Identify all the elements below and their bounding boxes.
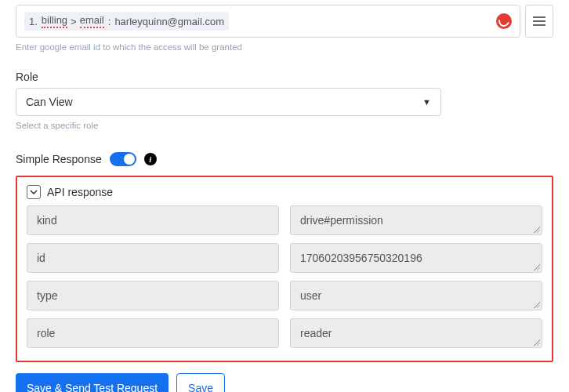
- svg-rect-2: [533, 24, 545, 26]
- chip-value: harleyquinn@gmail.com: [114, 16, 224, 27]
- svg-rect-1: [533, 20, 545, 22]
- api-response-panel: API response kinddrive#permissionid17060…: [16, 176, 553, 362]
- chip-part-email: email: [80, 14, 104, 28]
- simple-response-label: Simple Response: [16, 153, 102, 165]
- role-label: Role: [16, 71, 553, 83]
- email-chip[interactable]: 1. billing > email : harleyquinn@gmail.c…: [24, 12, 229, 31]
- api-response-row: kinddrive#permission: [27, 205, 542, 235]
- simple-response-toggle[interactable]: [110, 152, 136, 166]
- role-selected-value: Can View: [26, 96, 73, 108]
- api-key-cell[interactable]: type: [27, 281, 279, 310]
- save-send-button[interactable]: Save & Send Test Request: [16, 373, 169, 392]
- email-input[interactable]: 1. billing > email : harleyquinn@gmail.c…: [16, 5, 520, 38]
- api-value-cell[interactable]: drive#permission: [290, 205, 542, 235]
- api-value-cell[interactable]: reader: [290, 318, 542, 348]
- chevron-down-icon: [30, 190, 38, 194]
- record-icon[interactable]: [496, 13, 512, 29]
- collapse-button[interactable]: [27, 185, 41, 199]
- role-hint: Select a specific role: [16, 121, 553, 130]
- api-response-row: typeuser: [27, 281, 542, 310]
- chevron-down-icon: ▼: [422, 97, 431, 107]
- api-response-row: rolereader: [27, 318, 542, 348]
- api-key-cell[interactable]: kind: [27, 205, 279, 235]
- save-button[interactable]: Save: [176, 373, 225, 392]
- info-icon[interactable]: i: [144, 153, 157, 165]
- role-select[interactable]: Can View ▼: [16, 88, 441, 116]
- chip-colon: :: [108, 16, 111, 27]
- hamburger-icon: [533, 16, 545, 27]
- email-hint: Enter google email id to which the acces…: [16, 42, 553, 52]
- chip-index: 1.: [29, 16, 38, 27]
- chip-part-billing: billing: [42, 14, 67, 28]
- api-response-title: API response: [47, 186, 113, 198]
- api-response-row: id17060203956750320196: [27, 243, 542, 273]
- svg-rect-0: [533, 16, 545, 18]
- api-key-cell[interactable]: id: [27, 243, 279, 273]
- api-key-cell[interactable]: role: [27, 318, 279, 348]
- chip-separator: >: [71, 16, 77, 27]
- api-value-cell[interactable]: user: [290, 281, 542, 310]
- menu-button[interactable]: [525, 5, 553, 38]
- api-value-cell[interactable]: 17060203956750320196: [290, 243, 542, 273]
